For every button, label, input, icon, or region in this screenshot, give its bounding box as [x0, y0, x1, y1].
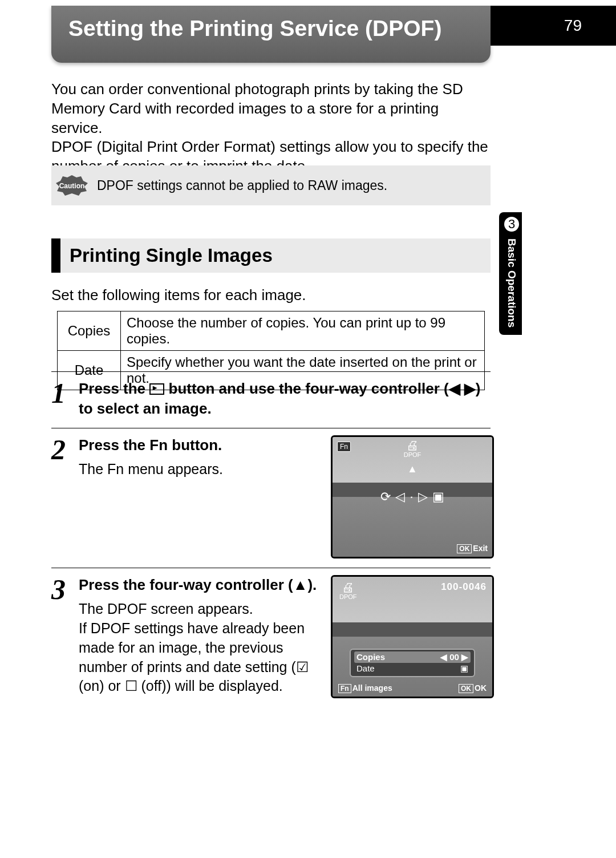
- dot-icon: ·: [410, 489, 413, 504]
- ok-action: OK: [475, 683, 487, 693]
- arrow-left-icon: ◁: [395, 489, 405, 504]
- step-title: Press the button and use the four-way co…: [79, 379, 491, 419]
- all-images-label: All images: [352, 683, 392, 693]
- step-title: Press the four-way controller (▲).: [79, 575, 324, 595]
- ok-badge: OK: [459, 684, 473, 693]
- intro-text: You can order conventional photograph pr…: [51, 80, 491, 176]
- caution-text: DPOF settings cannot be applied to RAW i…: [97, 178, 387, 193]
- step-body: The Fn menu appears.: [79, 460, 324, 479]
- date-value-icon: ▣: [460, 663, 468, 674]
- printer-icon: 🖨: [339, 581, 357, 594]
- step-content: Press the Fn button. The Fn menu appears…: [79, 435, 494, 558]
- arrow-up-icon: ▲: [407, 463, 418, 475]
- chapter-number: 3: [508, 217, 515, 232]
- arrow-right-icon: ▷: [418, 489, 428, 504]
- copies-row: Copies ◀ 00 ▶: [354, 651, 471, 663]
- step-text: Press the Fn button. The Fn menu appears…: [79, 435, 324, 558]
- dpof-label: DPOF: [404, 451, 422, 458]
- steps-list: 1 Press the button and use the four-way …: [51, 362, 491, 698]
- fn-badge: Fn: [337, 442, 351, 452]
- step-number: 1: [51, 379, 79, 419]
- step-number: 3: [51, 575, 79, 698]
- dpof-label: DPOF: [339, 593, 357, 600]
- sim-background: [333, 622, 492, 637]
- step-content: Press the button and use the four-way co…: [79, 379, 491, 419]
- svg-text:Caution: Caution: [59, 182, 85, 190]
- page-title: Setting the Printing Service (DPOF): [68, 16, 441, 41]
- step-title: Press the Fn button.: [79, 435, 324, 455]
- section-heading: Printing Single Images: [51, 238, 491, 273]
- manual-page: 79 Setting the Printing Service (DPOF) Y…: [0, 0, 616, 858]
- copies-label: Copies: [356, 652, 385, 662]
- chapter-label: Basic Operations: [505, 238, 518, 327]
- all-images-hint: FnAll images: [338, 683, 392, 693]
- section-body: Set the following items for each image.: [51, 286, 491, 304]
- step-1: 1 Press the button and use the four-way …: [51, 371, 491, 419]
- setting-desc: Choose the number of copies. You can pri…: [121, 311, 485, 351]
- fn-badge: Fn: [338, 684, 351, 693]
- step-number: 2: [51, 435, 79, 558]
- ok-hint: OKOK: [459, 683, 487, 693]
- rotate-icon: ⟳: [380, 489, 391, 504]
- date-row: Date ▣: [354, 663, 471, 674]
- dpof-screenshot: 🖨 DPOF 100-0046 Copies ◀ 00 ▶ Date ▣: [331, 575, 494, 698]
- step-body: The DPOF screen appears. If DPOF setting…: [79, 600, 324, 696]
- page-title-banner: Setting the Printing Service (DPOF): [51, 6, 491, 63]
- slideshow-icon: ▣: [432, 489, 444, 504]
- file-number: 100-0046: [441, 581, 487, 593]
- bottom-hints: FnAll images OKOK: [338, 683, 487, 693]
- step-title-part: Press the: [79, 380, 149, 397]
- table-row: Copies Choose the number of copies. You …: [58, 311, 485, 351]
- section-heading-text: Printing Single Images: [70, 245, 273, 266]
- playback-icon: [149, 383, 164, 395]
- caution-block: Caution DPOF settings cannot be applied …: [51, 165, 491, 205]
- fn-menu-screenshot: Fn 🖨 DPOF ▲ ⟳ ◁ · ▷ ▣ OKExit: [331, 435, 494, 558]
- ok-exit: OKExit: [457, 544, 488, 553]
- dpad-icons: ⟳ ◁ · ▷ ▣: [380, 489, 444, 504]
- page-number-bar: 79: [491, 6, 616, 46]
- dpof-icon: 🖨 DPOF: [339, 581, 357, 600]
- dpof-panel: Copies ◀ 00 ▶ Date ▣: [350, 649, 475, 677]
- step-text: Press the four-way controller (▲). The D…: [79, 575, 324, 698]
- dpof-icon: 🖨 DPOF: [404, 439, 422, 458]
- printer-icon: 🖨: [404, 439, 422, 452]
- caution-icon: Caution: [55, 174, 89, 197]
- ok-badge: OK: [457, 544, 472, 553]
- step-content: Press the four-way controller (▲). The D…: [79, 575, 494, 698]
- step-3: 3 Press the four-way controller (▲). The…: [51, 568, 491, 698]
- page-number: 79: [564, 17, 582, 35]
- date-label: Date: [356, 663, 375, 674]
- exit-label: Exit: [473, 544, 488, 553]
- setting-name: Copies: [58, 311, 121, 351]
- copies-value: ◀ 00 ▶: [440, 652, 468, 662]
- step-2: 2 Press the Fn button. The Fn menu appea…: [51, 428, 491, 558]
- chapter-number-badge: 3: [503, 216, 520, 233]
